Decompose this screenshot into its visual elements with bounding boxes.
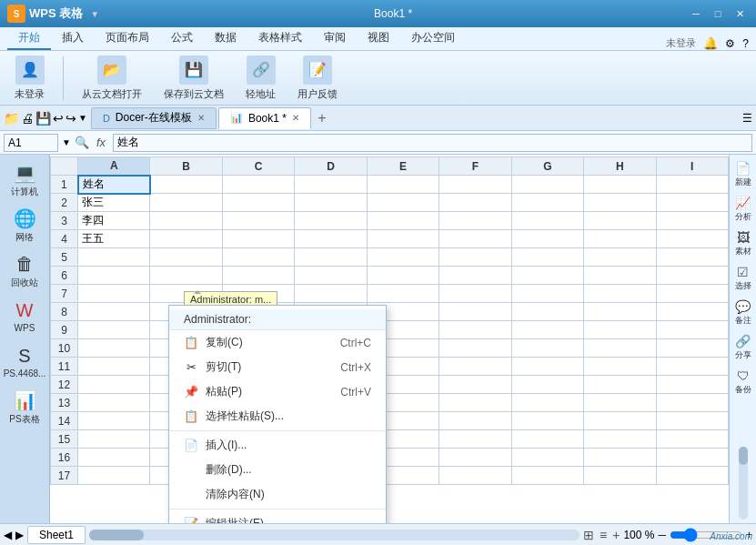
cell-F3[interactable] <box>439 212 511 230</box>
right-btn-note[interactable]: 💬 备注 <box>732 297 754 329</box>
right-btn-select[interactable]: ☑ 选择 <box>732 262 754 295</box>
cell-I3[interactable] <box>656 212 729 230</box>
cell-G16[interactable] <box>511 449 583 467</box>
close-button[interactable]: ✕ <box>731 5 749 22</box>
cell-A3[interactable]: 李四 <box>78 212 150 230</box>
cell-I9[interactable] <box>656 321 729 339</box>
menu-item-paste[interactable]: 📌 粘贴(P) Ctrl+V <box>169 379 386 404</box>
cell-E1[interactable] <box>367 176 438 194</box>
col-header-D[interactable]: D <box>295 157 367 176</box>
new-tab-button[interactable]: + <box>313 109 331 127</box>
right-btn-analyze[interactable]: 📈 分析 <box>732 193 754 226</box>
sidebar-computer[interactable]: 💻 计算机 <box>3 158 46 202</box>
cell-I2[interactable] <box>656 194 729 212</box>
cell-F8[interactable] <box>439 303 511 321</box>
cell-B3[interactable] <box>150 212 222 230</box>
sidebar-wps[interactable]: W WPS <box>3 295 46 338</box>
cell-I4[interactable] <box>656 230 729 248</box>
cell-H3[interactable] <box>584 212 656 230</box>
cell-H4[interactable] <box>584 230 656 248</box>
cell-A5[interactable] <box>78 248 150 267</box>
toolbar-login-button[interactable]: 👤 未登录 <box>7 52 52 105</box>
cell-D2[interactable] <box>295 194 367 212</box>
help-icon[interactable]: ? <box>742 37 749 50</box>
tab-docer-close[interactable]: ✕ <box>197 113 205 123</box>
cell-C6[interactable] <box>222 267 294 285</box>
cell-A15[interactable] <box>78 430 150 449</box>
horizontal-scrollbar[interactable] <box>89 530 580 540</box>
cell-F1[interactable] <box>439 176 511 194</box>
cell-G13[interactable] <box>511 394 583 412</box>
cell-H17[interactable] <box>584 467 656 485</box>
tab-review[interactable]: 审阅 <box>313 27 357 50</box>
menu-item-copy[interactable]: 📋 复制(C) Ctrl+C <box>169 330 386 355</box>
toolbar-feedback-button[interactable]: 📝 用户反馈 <box>290 52 345 105</box>
sidebar-network[interactable]: 🌐 网络 <box>3 204 46 247</box>
grid-view-icon[interactable]: ⊞ <box>583 528 594 542</box>
sheet-tab-sheet1[interactable]: Sheet1 <box>27 526 86 544</box>
cell-H2[interactable] <box>584 194 656 212</box>
cell-F9[interactable] <box>439 321 511 339</box>
cell-I14[interactable] <box>656 412 729 430</box>
cell-G6[interactable] <box>511 267 583 285</box>
cell-E5[interactable] <box>367 248 438 267</box>
cell-G11[interactable] <box>511 358 583 376</box>
prev-sheet-icon[interactable]: ◀ <box>4 529 12 541</box>
cell-D3[interactable] <box>295 212 367 230</box>
cell-F5[interactable] <box>439 248 511 267</box>
col-header-I[interactable]: I <box>656 157 729 176</box>
right-btn-share[interactable]: 🔗 分享 <box>732 331 754 364</box>
cell-A2[interactable]: 张三 <box>78 194 150 212</box>
tab-table-style[interactable]: 表格样式 <box>247 27 313 50</box>
cell-I1[interactable] <box>656 176 729 194</box>
cell-A13[interactable] <box>78 394 150 412</box>
cell-H8[interactable] <box>584 303 656 321</box>
col-header-E[interactable]: E <box>367 157 438 176</box>
menu-item-clear[interactable]: 清除内容(N) <box>169 482 386 507</box>
cell-G2[interactable] <box>511 194 583 212</box>
cell-G3[interactable] <box>511 212 583 230</box>
cell-I6[interactable] <box>656 267 729 285</box>
cell-A14[interactable] <box>78 412 150 430</box>
cell-G9[interactable] <box>511 321 583 339</box>
col-header-C[interactable]: C <box>222 157 294 176</box>
cell-I10[interactable] <box>656 339 729 358</box>
cell-F12[interactable] <box>439 376 511 394</box>
cell-E7[interactable] <box>367 285 438 303</box>
menu-item-insert[interactable]: 📄 插入(I)... <box>169 433 386 458</box>
expand-icon[interactable]: ▼ <box>62 137 71 147</box>
cell-D5[interactable] <box>295 248 367 267</box>
right-scrollbar[interactable] <box>739 447 748 520</box>
toolbar-open-cloud-button[interactable]: 📂 从云文档打开 <box>75 52 149 105</box>
cell-G1[interactable] <box>511 176 583 194</box>
cell-C5[interactable] <box>222 248 294 267</box>
search-icon[interactable]: 🔍 <box>75 136 89 149</box>
tab-docer[interactable]: D Docer-在线模板 ✕ <box>91 107 217 129</box>
cell-H12[interactable] <box>584 376 656 394</box>
cell-G14[interactable] <box>511 412 583 430</box>
cell-I12[interactable] <box>656 376 729 394</box>
folder-icon[interactable]: 📁 <box>4 111 19 126</box>
cell-I17[interactable] <box>656 467 729 485</box>
cell-A17[interactable] <box>78 467 150 485</box>
cell-B5[interactable] <box>150 248 222 267</box>
cell-B6[interactable] <box>150 267 222 285</box>
cell-F15[interactable] <box>439 430 511 449</box>
right-btn-new[interactable]: 📄 新建 <box>732 158 754 191</box>
cell-C4[interactable] <box>222 230 294 248</box>
spreadsheet-scroll[interactable]: A B C D E F G H I 1姓名2张三3李四4王五5678910111… <box>50 155 729 523</box>
menu-item-cut[interactable]: ✂ 剪切(T) Ctrl+X <box>169 355 386 379</box>
formula-input-box[interactable]: 姓名 <box>113 134 752 152</box>
cell-A16[interactable] <box>78 449 150 467</box>
save-icon[interactable]: 💾 <box>35 111 51 126</box>
menu-icon[interactable]: ☰ <box>742 112 752 125</box>
cell-F17[interactable] <box>439 467 511 485</box>
cell-H1[interactable] <box>584 176 656 194</box>
cell-D1[interactable] <box>295 176 367 194</box>
cell-G8[interactable] <box>511 303 583 321</box>
cell-E6[interactable] <box>367 267 438 285</box>
minimize-button[interactable]: ─ <box>687 5 705 22</box>
cell-H9[interactable] <box>584 321 656 339</box>
cell-A6[interactable] <box>78 267 150 285</box>
sidebar-recycle[interactable]: 🗑 回收站 <box>3 249 46 293</box>
